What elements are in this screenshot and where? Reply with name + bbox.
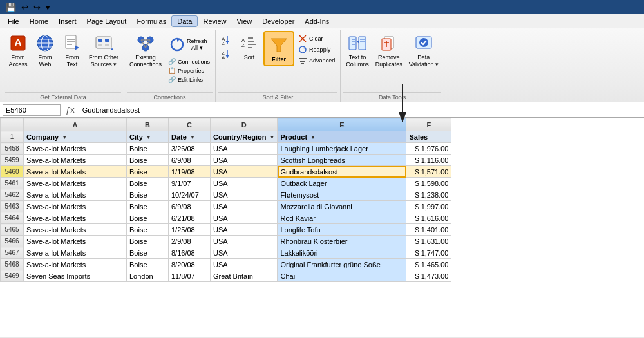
properties-button[interactable]: 📋 Properties [166,66,213,75]
cell-product-5464[interactable]: Röd Kaviar [278,212,406,224]
existing-connections-button[interactable]: ExistingConnections [127,31,164,70]
company-filter-arrow[interactable]: ▼ [62,135,67,140]
menu-item-file[interactable]: File [3,16,24,26]
redo-button[interactable]: ↪ [32,2,43,13]
cell-date-5462[interactable]: 10/24/07 [169,189,211,201]
advanced-button[interactable]: Advanced [296,55,337,66]
cell-country-5464[interactable]: USA [211,212,278,224]
cell-date-5468[interactable]: 8/20/08 [169,259,211,270]
from-web-button[interactable]: FromWeb [32,31,58,70]
cell-country-5461[interactable]: USA [211,178,278,189]
cell-company-5468[interactable]: Save-a-lot Markets [24,259,127,270]
col-header-c[interactable]: C [169,118,211,131]
cell-company-5461[interactable]: Save-a-lot Markets [24,178,127,189]
cell-date-5463[interactable]: 6/9/08 [169,201,211,212]
cell-sales-5468[interactable]: $ 1,465.00 [406,259,451,270]
cell-company-5462[interactable]: Save-a-lot Markets [24,189,127,201]
qat-dropdown[interactable]: ▾ [44,2,52,13]
cell-company-5465[interactable]: Save-a-lot Markets [24,224,127,236]
country-filter-arrow[interactable]: ▼ [270,135,275,140]
cell-sales-5458[interactable]: $ 1,976.00 [406,143,451,155]
cell-country-5459[interactable]: USA [211,155,278,166]
cell-date-5465[interactable]: 1/25/08 [169,224,211,236]
cell-product-5461[interactable]: Outback Lager [278,178,406,189]
cell-date-5459[interactable]: 6/9/08 [169,155,211,166]
cell-sales-5460[interactable]: $ 1,571.00 [406,166,451,178]
header-sales[interactable]: Sales [406,131,451,143]
cell-city-5462[interactable]: Boise [127,189,169,201]
from-access-button[interactable]: A FromAccess [5,31,31,70]
cell-product-5469[interactable]: Chai [278,270,406,282]
cell-city-5467[interactable]: Boise [127,247,169,259]
cell-product-5467[interactable]: Lakkalikööri [278,247,406,259]
header-country[interactable]: Country/Region ▼ [211,131,278,143]
cell-country-5469[interactable]: Great Britain [211,270,278,282]
col-header-b[interactable]: B [127,118,169,131]
cell-company-5466[interactable]: Save-a-lot Markets [24,236,127,247]
from-other-sources-button[interactable]: From OtherSources ▾ [86,31,121,70]
cell-country-5468[interactable]: USA [211,259,278,270]
city-filter-arrow[interactable]: ▼ [146,135,151,140]
menu-item-data[interactable]: Data [171,15,198,27]
cell-date-5460[interactable]: 1/19/08 [169,166,211,178]
header-city[interactable]: City ▼ [127,131,169,143]
cell-date-5458[interactable]: 3/26/08 [169,143,211,155]
menu-item-formulas[interactable]: Formulas [131,16,171,26]
cell-company-5460[interactable]: Save-a-lot Markets [24,166,127,178]
cell-product-5462[interactable]: Fløtemysost [278,189,406,201]
data-validation-button[interactable]: DataValidation ▾ [406,31,441,70]
cell-date-5467[interactable]: 8/16/08 [169,247,211,259]
menu-item-insert[interactable]: Insert [53,16,82,26]
cell-sales-5465[interactable]: $ 1,401.00 [406,224,451,236]
product-filter-arrow[interactable]: ▼ [310,135,316,140]
cell-date-5469[interactable]: 11/8/07 [169,270,211,282]
cell-product-5460[interactable]: Gudbrandsdalsost [278,166,406,178]
cell-sales-5464[interactable]: $ 1,616.00 [406,212,451,224]
header-company[interactable]: Company ▼ [24,131,127,143]
col-header-e[interactable]: E [278,118,406,131]
cell-date-5466[interactable]: 2/9/08 [169,236,211,247]
cell-city-5461[interactable]: Boise [127,178,169,189]
save-button[interactable]: 💾 [4,2,18,13]
cell-city-5460[interactable]: Boise [127,166,169,178]
from-text-button[interactable]: FromText [59,31,85,70]
menu-item-add-ins[interactable]: Add-Ins [299,16,334,26]
reapply-button[interactable]: Reapply [296,44,337,55]
filter-button[interactable]: Filter [263,31,294,66]
menu-item-developer[interactable]: Developer [257,16,299,26]
cell-sales-5469[interactable]: $ 1,473.00 [406,270,451,282]
cell-country-5467[interactable]: USA [211,247,278,259]
cell-country-5462[interactable]: USA [211,189,278,201]
cell-country-5463[interactable]: USA [211,201,278,212]
cell-date-5464[interactable]: 6/21/08 [169,212,211,224]
cell-city-5466[interactable]: Boise [127,236,169,247]
formula-fx-icon[interactable]: ƒx [63,105,77,115]
remove-duplicates-button[interactable]: RemoveDuplicates [373,31,405,70]
cell-city-5464[interactable]: Boise [127,212,169,224]
menu-item-page-layout[interactable]: Page Layout [82,16,132,26]
sort-az-button[interactable]: A Z [218,33,235,46]
cell-company-5458[interactable]: Save-a-lot Markets [24,143,127,155]
text-to-columns-button[interactable]: Text toColumns [343,31,372,70]
header-product[interactable]: Product ▼ [278,131,406,143]
edit-links-button[interactable]: 🔗 Edit Links [166,75,213,84]
header-date[interactable]: Date ▼ [169,131,211,143]
cell-product-5459[interactable]: Scottish Longbreads [278,155,406,166]
formula-input[interactable] [80,106,641,115]
cell-company-5459[interactable]: Save-a-lot Markets [24,155,127,166]
cell-company-5464[interactable]: Save-a-lot Markets [24,212,127,224]
cell-sales-5463[interactable]: $ 1,997.00 [406,201,451,212]
date-filter-arrow[interactable]: ▼ [190,135,195,140]
menu-item-home[interactable]: Home [24,16,53,26]
cell-sales-5466[interactable]: $ 1,631.00 [406,236,451,247]
cell-city-5468[interactable]: Boise [127,259,169,270]
cell-sales-5462[interactable]: $ 1,238.00 [406,189,451,201]
cell-company-5469[interactable]: Seven Seas Imports [24,270,127,282]
cell-sales-5459[interactable]: $ 1,116.00 [406,155,451,166]
sort-button[interactable]: A Z Sort [236,31,262,62]
col-header-f[interactable]: F [406,118,451,131]
menu-item-review[interactable]: Review [198,16,231,26]
refresh-all-button[interactable]: RefreshAll ▾ [166,33,213,55]
menu-item-view[interactable]: View [232,16,258,26]
sort-za-button[interactable]: Z A [218,48,235,61]
